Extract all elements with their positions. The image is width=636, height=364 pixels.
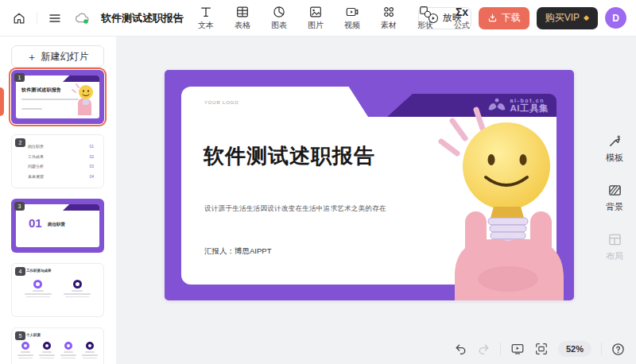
editor-canvas[interactable]: YOUR LOGO 软件测试述职报告 设计源于生活生活因设计改变在生活中追求艺术… xyxy=(116,37,636,364)
header-bar: 软件测试述职报告 文本 表格 图表 图片 视频 xyxy=(0,0,636,37)
selection-indicator xyxy=(0,87,4,116)
slide-thumbnail-2[interactable]: 2 岗位职责01 工作成果02 问题分析03 未来展望04 xyxy=(11,134,104,188)
bottom-controls: 52% xyxy=(454,341,625,357)
presentation-slide[interactable]: YOUR LOGO 软件测试述职报告 设计源于生活生活因设计改变在生活中追求艺术… xyxy=(165,70,574,300)
slide-thumbnail-3[interactable]: 3 01 岗位职责 xyxy=(11,199,104,253)
plus-icon: ＋ xyxy=(27,52,37,62)
slide-thumbnail-5[interactable]: 5 个人职责 xyxy=(11,327,104,364)
help-icon xyxy=(611,343,625,356)
header-divider xyxy=(37,12,37,25)
slide-number-badge: 5 xyxy=(15,331,25,340)
redo-button[interactable] xyxy=(477,343,491,356)
cloud-sync-icon xyxy=(74,12,90,25)
your-logo-text: YOUR LOGO xyxy=(204,100,239,105)
template-icon xyxy=(607,134,622,149)
cloud-sync-button[interactable] xyxy=(72,9,91,28)
slide-thumbnail-4[interactable]: 4 工作职责与成果 xyxy=(11,263,104,317)
rail-item-background[interactable]: 背景 xyxy=(606,183,623,213)
thumb-band xyxy=(63,204,99,211)
new-slide-button[interactable]: ＋ 新建幻灯片 xyxy=(11,45,104,68)
right-rail: 模板 背景 布局 xyxy=(606,134,623,262)
thumb-content xyxy=(12,342,103,358)
slide-title[interactable]: 软件测试述职报告 xyxy=(204,142,375,170)
slide-panel: ＋ 新建幻灯片 1 软件测试述职报告 xyxy=(0,37,116,364)
tool-shape[interactable]: 形状 xyxy=(413,4,437,31)
undo-button[interactable] xyxy=(454,343,467,356)
zoom-level[interactable]: 52% xyxy=(558,341,591,357)
redo-icon xyxy=(477,343,491,356)
lightbulb-character xyxy=(411,92,574,300)
tool-image[interactable]: 图片 xyxy=(304,4,328,31)
thumb-content xyxy=(12,280,103,297)
user-avatar[interactable]: D xyxy=(605,7,626,29)
vip-button[interactable]: 购买VIP ◆ xyxy=(537,7,598,29)
slide-number-badge: 1 xyxy=(14,73,25,82)
tool-video[interactable]: 视频 xyxy=(340,4,364,31)
fit-screen-icon xyxy=(534,342,549,356)
formula-icon: Σx xyxy=(456,4,468,19)
slide-number-badge: 3 xyxy=(14,202,25,211)
app-window: 软件测试述职报告 文本 表格 图表 图片 视频 xyxy=(0,0,636,364)
diamond-icon: ◆ xyxy=(584,14,589,21)
tool-assets[interactable]: 素材 xyxy=(377,4,401,31)
slide-number-badge: 2 xyxy=(15,138,25,147)
rail-item-layout[interactable]: 布局 xyxy=(606,232,623,262)
tool-chart[interactable]: 图表 xyxy=(267,4,291,31)
header-left-group: 软件测试述职报告 xyxy=(10,9,184,28)
shape-icon xyxy=(418,4,432,19)
controls-divider xyxy=(601,343,602,355)
table-icon xyxy=(235,4,250,19)
home-button[interactable] xyxy=(10,9,29,28)
slide-thumbnail-1[interactable]: 1 软件测试述职报告 xyxy=(11,70,104,124)
menu-button[interactable] xyxy=(45,9,64,28)
download-button[interactable]: 下载 xyxy=(479,7,529,29)
slide-presenter[interactable]: 汇报人：博思AIPPT xyxy=(204,246,271,257)
hamburger-icon xyxy=(48,12,61,25)
layout-icon xyxy=(607,232,622,247)
doc-title[interactable]: 软件测试述职报告 xyxy=(101,11,184,25)
tool-text[interactable]: 文本 xyxy=(194,4,218,31)
present-button[interactable] xyxy=(510,342,525,356)
slide-subtitle[interactable]: 设计源于生活生活因设计改变在生活中追求艺术之美的存在 xyxy=(204,204,386,214)
thumb-bulb-icon xyxy=(70,80,97,115)
help-button[interactable] xyxy=(611,343,625,356)
fit-screen-button[interactable] xyxy=(534,342,549,356)
rail-item-template[interactable]: 模板 xyxy=(606,134,623,164)
undo-icon xyxy=(454,343,467,356)
thumb-section-art: 01 岗位职责 xyxy=(16,204,99,247)
tool-table[interactable]: 表格 xyxy=(231,4,254,31)
tool-formula[interactable]: Σx 公式 xyxy=(450,4,474,31)
background-icon xyxy=(607,183,622,198)
chart-icon xyxy=(272,4,286,19)
present-screen-icon xyxy=(510,342,525,356)
download-icon xyxy=(487,13,498,23)
slide-number-badge: 4 xyxy=(15,267,25,276)
home-icon xyxy=(12,11,26,25)
thumb-cover-art: 软件测试述职报告 xyxy=(16,76,99,118)
image-icon xyxy=(308,4,323,19)
text-icon xyxy=(199,4,213,19)
assets-icon xyxy=(382,4,396,19)
video-icon xyxy=(345,4,359,19)
controls-divider xyxy=(500,343,501,355)
toolbar: 文本 表格 图表 图片 视频 素材 xyxy=(194,0,474,41)
thumb-toc: 岗位职责01 工作成果02 问题分析03 未来展望04 xyxy=(28,144,94,184)
